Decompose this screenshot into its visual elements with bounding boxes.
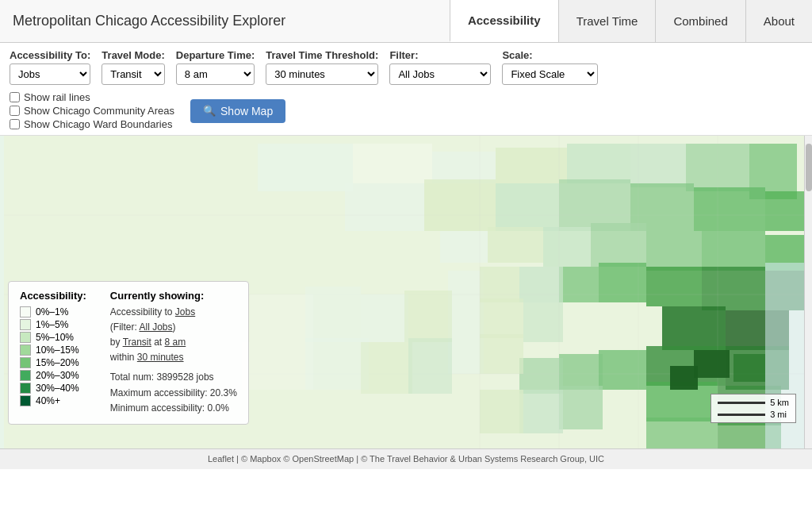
accessibility-to-label: Accessibility To: [10,49,90,61]
stats-max: Maximum accessibility: 20.3% [110,386,237,401]
legend-label-5: 20%–30% [36,370,79,381]
currently-showing-label: Currently showing: [110,290,237,302]
tab-travel-time[interactable]: Travel Time [558,0,656,42]
legend-desc-1: Accessibility to Jobs [110,305,237,320]
legend-row-7: 40%+ [20,395,86,406]
svg-rect-3 [353,144,432,183]
accessibility-to-group: Accessibility To: Jobs Education Healthc… [10,49,90,85]
scrollbar-thumb[interactable] [806,144,812,191]
legend-label-4: 15%–20% [36,357,79,368]
km-label: 5 km [770,398,789,407]
travel-mode-select[interactable]: Transit Walk Bike Drive [102,64,164,85]
legend-left: Accessibility: 0%–1% 1%–5% 5%–10% 10%–15… [20,290,86,416]
svg-rect-29 [662,306,726,350]
departure-time-select[interactable]: 8 am 9 am 10 am 5 pm [176,64,255,85]
departure-time-group: Departure Time: 8 am 9 am 10 am 5 pm [176,49,255,85]
accessibility-to-select[interactable]: Jobs Education Healthcare [10,64,90,85]
svg-rect-59 [694,350,730,378]
svg-rect-4 [432,152,496,183]
filter-link[interactable]: All Jobs [140,321,173,333]
checkboxes-col: Show rail lines Show Chicago Community A… [10,91,174,130]
legend-label-1: 1%–5% [36,319,68,330]
minutes-link[interactable]: 30 minutes [137,352,184,363]
tab-accessibility[interactable]: Accessibility [450,0,558,42]
svg-rect-7 [630,144,686,187]
tab-combined[interactable]: Combined [655,0,745,42]
svg-rect-43 [448,271,484,302]
svg-rect-68 [361,342,412,394]
show-ward-boundaries-item[interactable]: Show Chicago Ward Boundaries [10,118,174,130]
svg-rect-61 [733,354,765,382]
svg-rect-10 [345,183,424,231]
svg-rect-45 [519,267,563,302]
svg-rect-65 [305,338,369,390]
show-community-areas-item[interactable]: Show Chicago Community Areas [10,105,174,117]
show-map-label: Show Map [220,105,273,117]
legend-label-2: 5%–10% [36,332,74,343]
filter-select[interactable]: All Jobs Low-wage Jobs Mid-wage Jobs Hig… [389,64,491,85]
svg-rect-16 [765,191,805,231]
svg-rect-5 [496,148,567,183]
svg-rect-60 [670,366,698,390]
svg-rect-26 [646,267,702,306]
svg-rect-66 [361,294,408,342]
svg-rect-11 [424,179,496,231]
scrollbar[interactable] [804,136,812,448]
svg-rect-64 [242,342,313,390]
jobs-link[interactable]: Jobs [175,306,195,318]
checkboxes-row: Show rail lines Show Chicago Community A… [10,91,802,130]
scale-bar: 5 km 3 mi [710,394,796,423]
svg-rect-35 [519,358,563,394]
departure-time-label: Departure Time: [176,49,255,61]
svg-rect-12 [496,183,559,231]
show-rail-lines-checkbox[interactable] [10,92,20,102]
svg-rect-63 [305,287,361,342]
legend-color-0 [20,306,31,318]
legend-label-6: 30%–40% [36,383,79,394]
travel-mode-group: Travel Mode: Transit Walk Bike Drive [102,49,164,85]
footer-text: Leaflet | © Mapbox © OpenStreetMap | © T… [208,454,604,464]
scale-select[interactable]: Fixed Scale Dynamic Scale [502,64,598,85]
time-link[interactable]: 8 am [165,337,186,348]
svg-rect-6 [567,144,630,183]
svg-rect-44 [480,267,519,302]
legend-row-6: 30%–40% [20,383,86,394]
legend-color-2 [20,332,31,343]
stats-min: Minimum accessibility: 0.0% [110,401,237,416]
stats-total: Total num: 3899528 jobs [110,370,237,385]
travel-time-threshold-group: Travel Time Threshold: 15 minutes 30 min… [266,49,378,85]
search-icon: 🔍 [203,105,216,117]
legend-label-7: 40%+ [36,395,60,406]
filter-group: Filter: All Jobs Low-wage Jobs Mid-wage … [389,49,491,85]
svg-rect-48 [523,302,563,342]
svg-rect-46 [448,302,484,338]
svg-rect-27 [702,267,765,310]
svg-rect-49 [448,338,484,374]
svg-rect-17 [440,231,488,263]
footer: Leaflet | © Mapbox © OpenStreetMap | © T… [0,448,812,469]
show-rail-lines-item[interactable]: Show rail lines [10,91,174,103]
svg-rect-15 [694,187,765,231]
svg-rect-20 [591,223,646,267]
scale-group: Scale: Fixed Scale Dynamic Scale [502,49,598,85]
show-community-areas-checkbox[interactable] [10,106,20,116]
svg-rect-41 [646,418,718,448]
mi-scale-line [718,414,765,416]
tab-about[interactable]: About [745,0,812,42]
svg-rect-2 [258,144,353,191]
legend-color-4 [20,357,31,368]
show-ward-boundaries-checkbox[interactable] [10,119,20,129]
dropdowns-row: Accessibility To: Jobs Education Healthc… [10,49,802,85]
svg-rect-34 [559,354,603,390]
svg-rect-33 [599,350,646,390]
svg-rect-67 [404,291,452,342]
show-community-areas-label: Show Chicago Community Areas [24,105,174,117]
svg-rect-21 [646,231,702,271]
scale-label: Scale: [502,49,598,61]
show-map-button[interactable]: 🔍 Show Map [190,99,285,123]
show-ward-boundaries-label: Show Chicago Ward Boundaries [24,118,172,130]
travel-time-threshold-select[interactable]: 15 minutes 30 minutes 45 minutes 60 minu… [266,64,378,85]
map-container[interactable]: Accessibility: 0%–1% 1%–5% 5%–10% 10%–15… [0,136,812,448]
transit-link[interactable]: Transit [123,337,151,348]
mi-scale-row: 3 mi [718,410,789,419]
